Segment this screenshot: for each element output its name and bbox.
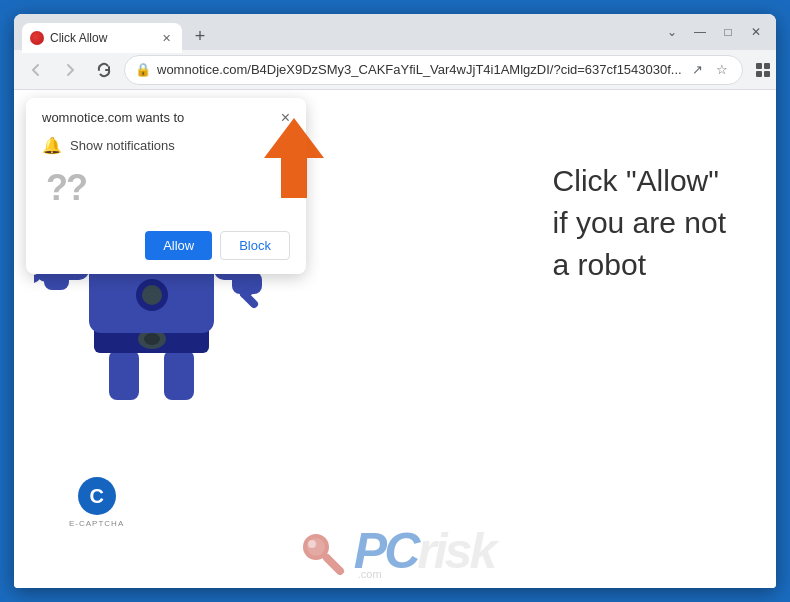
tab-favicon (30, 31, 44, 45)
tab-close-button[interactable]: ✕ (158, 30, 174, 46)
close-button[interactable]: ✕ (744, 20, 768, 44)
address-bar[interactable]: 🔒 womnotice.com/B4DjeX9DzSMy3_CAKFaYfiL_… (124, 55, 743, 85)
toolbar-icons (749, 56, 776, 84)
main-text-line3: a robot (553, 244, 726, 286)
lock-icon: 🔒 (135, 62, 151, 77)
popup-description: Show notifications (70, 138, 175, 153)
forward-button[interactable] (56, 56, 84, 84)
page-content: womnotice.com wants to × 🔔 Show notifica… (14, 90, 776, 588)
svg-marker-9 (264, 118, 324, 198)
new-tab-button[interactable]: + (186, 22, 214, 50)
svg-rect-10 (109, 350, 139, 400)
svg-rect-11 (164, 350, 194, 400)
popup-buttons: Allow Block (42, 231, 290, 260)
popup-title: womnotice.com wants to (42, 110, 184, 125)
title-bar: Click Allow ✕ + ⌄ — □ ✕ (14, 14, 776, 50)
svg-point-44 (308, 540, 316, 548)
svg-rect-1 (764, 63, 770, 69)
bell-icon: 🔔 (42, 136, 62, 155)
svg-line-45 (327, 558, 340, 571)
navigation-bar: 🔒 womnotice.com/B4DjeX9DzSMy3_CAKFaYfiL_… (14, 50, 776, 90)
captcha-logo: C E-CAPTCHA (69, 477, 124, 528)
chevron-down-icon[interactable]: ⌄ (660, 20, 684, 44)
arrow-icon (249, 108, 339, 208)
block-button[interactable]: Block (220, 231, 290, 260)
svg-point-14 (144, 333, 160, 345)
tab-area: Click Allow ✕ + (22, 14, 656, 50)
allow-button[interactable]: Allow (145, 231, 212, 260)
window-controls: ⌄ — □ ✕ (660, 20, 768, 44)
pcrisk-watermark: PCrisk .com (14, 526, 776, 580)
captcha-letter: C (89, 485, 103, 508)
share-icon[interactable]: ↗ (688, 60, 708, 80)
svg-rect-3 (764, 71, 770, 77)
browser-window: Click Allow ✕ + ⌄ — □ ✕ 🔒 womnotice.com/… (14, 14, 776, 588)
refresh-button[interactable] (90, 56, 118, 84)
minimize-button[interactable]: — (688, 20, 712, 44)
bookmark-icon[interactable]: ☆ (712, 60, 732, 80)
svg-rect-0 (756, 63, 762, 69)
address-bar-icons: ↗ ☆ (688, 60, 732, 80)
svg-line-23 (244, 288, 256, 294)
svg-point-17 (142, 285, 162, 305)
main-text: Click "Allow" if you are not a robot (553, 160, 726, 286)
back-button[interactable] (22, 56, 50, 84)
main-text-line2: if you are not (553, 202, 726, 244)
svg-line-41 (34, 278, 36, 282)
active-tab[interactable]: Click Allow ✕ (22, 23, 182, 53)
maximize-button[interactable]: □ (716, 20, 740, 44)
svg-rect-2 (756, 71, 762, 77)
url-text: womnotice.com/B4DjeX9DzSMy3_CAKFaYfiL_Va… (157, 62, 682, 77)
tab-label: Click Allow (50, 31, 152, 45)
magnifier-icon (296, 527, 348, 579)
question-marks: ?? (46, 167, 86, 209)
extension-icon[interactable] (749, 56, 776, 84)
main-text-line1: Click "Allow" (553, 160, 726, 202)
